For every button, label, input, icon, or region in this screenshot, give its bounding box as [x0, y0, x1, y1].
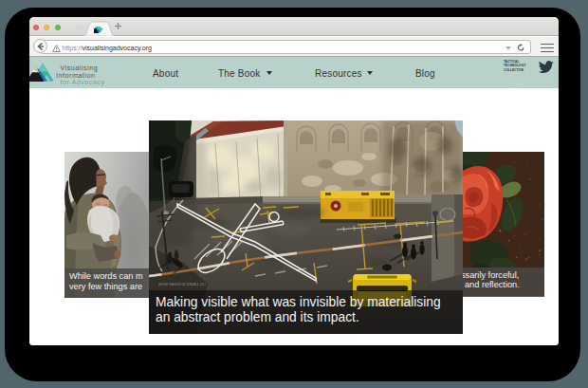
svg-text:DRONE SHADOW 002 ISTANBUL 2012: DRONE SHADOW 002 ISTANBUL 2012 [158, 283, 206, 286]
